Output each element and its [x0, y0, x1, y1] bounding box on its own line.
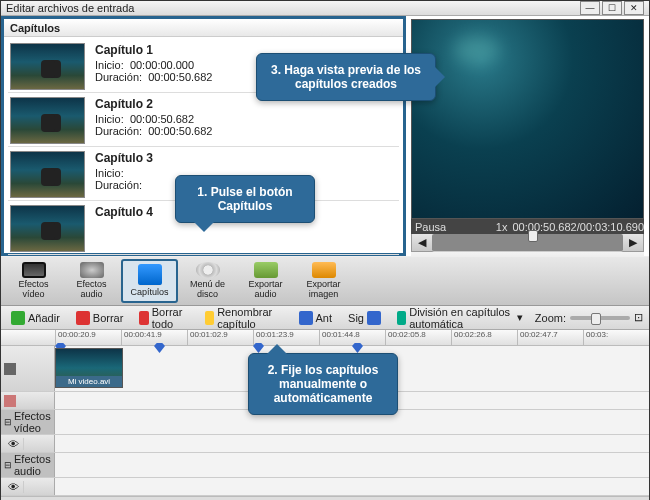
audio-fx-track-header[interactable]: 👁	[1, 478, 55, 495]
clear-icon	[139, 311, 148, 325]
next-chapter-button[interactable]: Sig	[344, 309, 385, 327]
transition-icon	[4, 395, 16, 407]
zoom-slider[interactable]	[570, 316, 630, 320]
time-total: 00:03:10.690	[580, 221, 644, 233]
disc-icon	[196, 262, 220, 278]
chapter-marker[interactable]	[352, 343, 363, 353]
seek-start-icon[interactable]: ◀	[418, 236, 426, 249]
tooltip-step-3: 3. Haga vista previa de los capítulos cr…	[256, 53, 436, 101]
seek-knob[interactable]	[528, 230, 538, 242]
window-title: Editar archivos de entrada	[6, 2, 578, 14]
delete-icon	[76, 311, 90, 325]
chapter-name: Capítulo 1	[95, 43, 212, 57]
video-fx-track-header[interactable]: 👁	[1, 435, 55, 452]
chapter-marker[interactable]	[154, 343, 165, 353]
film-icon	[22, 262, 46, 278]
tooltip-step-1: 1. Pulse el botón Capítulos	[175, 175, 315, 223]
eye-icon[interactable]: 👁	[4, 438, 24, 450]
auto-split-button[interactable]: División en capítulos automática▾	[393, 304, 527, 332]
video-preview	[411, 19, 644, 219]
auto-chapter-icon	[397, 311, 406, 325]
export-audio-icon	[254, 262, 278, 278]
film-icon	[4, 363, 16, 375]
close-button[interactable]: ✕	[624, 1, 644, 15]
video-fx-track[interactable]	[55, 435, 649, 452]
video-clip[interactable]: Mi video.avi	[55, 348, 123, 388]
seek-end-icon[interactable]: ▶	[629, 236, 637, 249]
prev-chapter-button[interactable]: Ant	[295, 309, 337, 327]
zoom-fit-icon[interactable]: ⊡	[634, 311, 643, 324]
export-audio-button[interactable]: Exportar audio	[237, 259, 294, 303]
chapters-button[interactable]: Capítulos	[121, 259, 178, 303]
audio-effects-button[interactable]: Efectos audio	[63, 259, 120, 303]
chapter-thumbnail	[10, 205, 85, 252]
export-image-icon	[312, 262, 336, 278]
zoom-label: Zoom:	[535, 312, 566, 324]
chapter-marker[interactable]	[253, 343, 264, 353]
add-chapter-button[interactable]: Añadir	[7, 309, 64, 327]
chapter-name: Capítulo 4	[95, 205, 153, 219]
chapter-thumbnail	[10, 97, 85, 144]
rename-chapter-button[interactable]: Renombrar capítulo	[201, 304, 287, 332]
rename-icon	[205, 311, 214, 325]
speaker-icon	[80, 262, 104, 278]
export-image-button[interactable]: Exportar imagen	[295, 259, 352, 303]
chapters-tab[interactable]: Capítulos	[4, 19, 403, 37]
clear-chapters-button[interactable]: Borrar todo	[135, 304, 192, 332]
timeline-ruler[interactable]: 00:00:20.900:00:41.900:01:02.900:01:23.9…	[1, 330, 649, 346]
arrow-left-icon	[299, 311, 313, 325]
plus-icon	[11, 311, 25, 325]
video-track-header[interactable]	[1, 346, 55, 391]
playback-state: Pausa	[415, 221, 446, 233]
arrow-right-icon	[367, 311, 381, 325]
chevron-down-icon: ▾	[517, 311, 523, 324]
video-effects-button[interactable]: Efectos vídeo	[5, 259, 62, 303]
playback-rate: 1x	[496, 221, 508, 233]
delete-chapter-button[interactable]: Borrar	[72, 309, 128, 327]
chapters-icon	[138, 264, 162, 286]
timeline-scrollbar[interactable]	[1, 496, 649, 500]
chapter-thumbnail	[10, 43, 85, 90]
chapter-item[interactable]: Capítulo 2 Inicio: 00:00:50.682 Duración…	[8, 95, 399, 147]
seek-bar[interactable]: ◀ ▶	[411, 234, 644, 252]
disc-menu-button[interactable]: Menú de disco	[179, 259, 236, 303]
tooltip-step-2: 2. Fije los capítulos manualmente o auto…	[248, 353, 398, 415]
eye-icon[interactable]: 👁	[4, 481, 24, 493]
transition-track-header[interactable]	[1, 392, 55, 409]
audio-fx-track[interactable]	[55, 478, 649, 495]
time-position: 00:00:50.682	[512, 221, 576, 233]
chapter-name: Capítulo 2	[95, 97, 212, 111]
audio-fx-group-header[interactable]: ⊟ Efectos audio	[1, 453, 55, 477]
maximize-button[interactable]: ☐	[602, 1, 622, 15]
minimize-button[interactable]: —	[580, 1, 600, 15]
video-fx-group-header[interactable]: ⊟ Efectos vídeo	[1, 410, 55, 434]
chapter-thumbnail	[10, 151, 85, 198]
chapter-name: Capítulo 3	[95, 151, 153, 165]
